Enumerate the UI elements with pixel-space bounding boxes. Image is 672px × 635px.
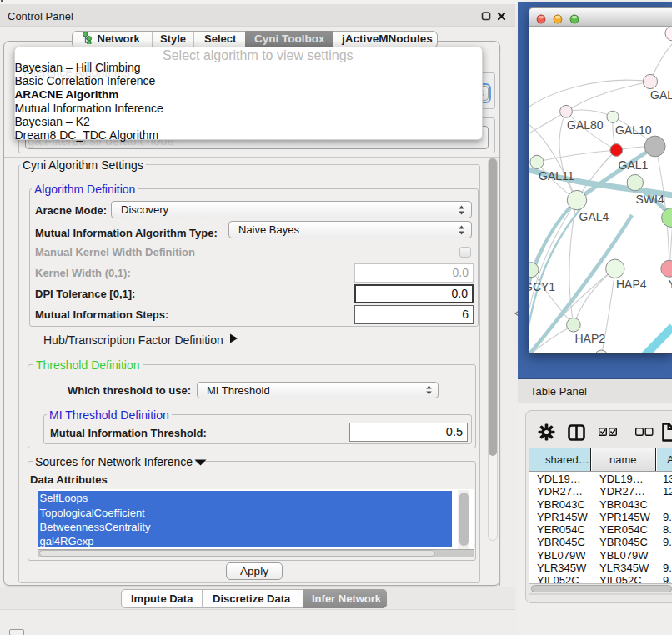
svg-text:YD: YD [669,278,672,291]
svg-text:SWI4: SWI4 [636,192,664,206]
svg-text:GAL80: GAL80 [567,118,604,132]
svg-text:GAL10: GAL10 [615,123,652,137]
svg-text:HAP2: HAP2 [575,332,606,345]
svg-text:GCY1: GCY1 [529,280,555,293]
svg-text:GAL4: GAL4 [579,210,609,223]
svg-text:GAL11: GAL11 [539,169,574,182]
svg-text:GAL2: GAL2 [650,88,672,102]
svg-text:HAP4: HAP4 [616,278,647,291]
svg-text:GAL1: GAL1 [619,158,649,172]
